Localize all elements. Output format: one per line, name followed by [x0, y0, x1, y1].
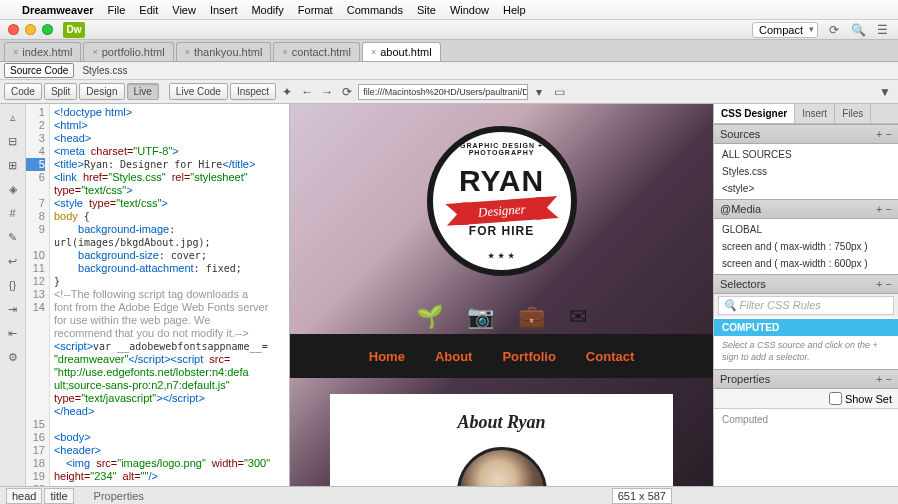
badge-name: RYAN	[459, 164, 544, 198]
dropdown-icon[interactable]: ▾	[530, 83, 548, 101]
tag-path-title[interactable]: title	[44, 488, 73, 504]
media-750[interactable]: screen and ( max-width : 750px )	[714, 238, 898, 255]
site-navbar: Home About Portfolio Contact	[290, 334, 713, 378]
briefcase-icon: 💼	[518, 304, 545, 330]
tag-path-head[interactable]: head	[6, 488, 42, 504]
nav-contact[interactable]: Contact	[586, 349, 634, 364]
code-editor[interactable]: 12345678910111213141516171819202122 <!do…	[26, 104, 290, 486]
tab-close-icon[interactable]: ×	[185, 47, 190, 57]
sync-icon[interactable]: ⟳	[826, 22, 842, 38]
nav-about[interactable]: About	[435, 349, 473, 364]
collapse-icon[interactable]: ⊟	[4, 132, 22, 150]
menu-commands[interactable]: Commands	[347, 4, 403, 16]
source-inline[interactable]: <style>	[714, 180, 898, 197]
menu-help[interactable]: Help	[503, 4, 526, 16]
source-all[interactable]: ALL SOURCES	[714, 146, 898, 163]
select-parent-icon[interactable]: ◈	[4, 180, 22, 198]
workspace-dropdown[interactable]: Compact	[752, 22, 818, 38]
page-heading: About Ryan	[348, 412, 655, 433]
nav-portfolio[interactable]: Portfolio	[502, 349, 555, 364]
add-selector-icon[interactable]: + −	[876, 278, 892, 290]
outdent-icon[interactable]: ⇤	[4, 324, 22, 342]
code-content[interactable]: <!doctype html> <html> <head> <meta char…	[50, 104, 289, 486]
word-wrap-icon[interactable]: ↩	[4, 252, 22, 270]
sources-header[interactable]: Sources+ −	[714, 124, 898, 144]
media-global[interactable]: GLOBAL	[714, 221, 898, 238]
dreamweaver-logo: Dw	[63, 22, 85, 38]
logo-badge: GRAPHIC DESIGN + PHOTOGRAPHY RYAN Design…	[417, 122, 587, 292]
properties-collapsed[interactable]: Properties	[94, 490, 144, 502]
selectors-header[interactable]: Selectors+ −	[714, 274, 898, 294]
document-tabs: ×index.html ×portfolio.html ×thankyou.ht…	[0, 40, 898, 62]
tab-about[interactable]: ×about.html	[362, 42, 441, 61]
tab-insert[interactable]: Insert	[795, 104, 835, 123]
related-file[interactable]: Styles.css	[82, 65, 127, 76]
line-numbers-icon[interactable]: #	[4, 204, 22, 222]
tab-thankyou[interactable]: ×thankyou.html	[176, 42, 272, 61]
mode-split[interactable]: Split	[44, 83, 77, 100]
source-styles[interactable]: Styles.css	[714, 163, 898, 180]
menu-format[interactable]: Format	[298, 4, 333, 16]
format-icon[interactable]: ⚙	[4, 348, 22, 366]
menu-window[interactable]: Window	[450, 4, 489, 16]
tab-close-icon[interactable]: ×	[13, 47, 18, 57]
mac-menubar: Dreamweaver File Edit View Insert Modify…	[0, 0, 898, 20]
highlight-icon[interactable]: ✎	[4, 228, 22, 246]
syntax-icon[interactable]: {}	[4, 276, 22, 294]
forward-icon[interactable]: →	[318, 83, 336, 101]
selector-computed[interactable]: COMPUTED	[714, 319, 898, 336]
window-chrome: Dw Compact ⟳ 🔍 ☰	[0, 20, 898, 40]
screen-icon[interactable]: ▭	[550, 83, 568, 101]
viewport-dimensions[interactable]: 651 x 587	[612, 488, 672, 504]
expand-icon[interactable]: ⊞	[4, 156, 22, 174]
mode-live[interactable]: Live	[127, 83, 159, 100]
add-source-icon[interactable]: + −	[876, 128, 892, 140]
inspect-button[interactable]: Inspect	[230, 83, 276, 100]
tab-contact[interactable]: ×contact.html	[273, 42, 360, 61]
app-name[interactable]: Dreamweaver	[22, 4, 94, 16]
computed-label: Computed	[714, 411, 898, 428]
open-docs-icon[interactable]: ▵	[4, 108, 22, 126]
filter-input[interactable]: 🔍 Filter CSS Rules	[718, 296, 894, 315]
refresh-icon[interactable]: ⟳	[338, 83, 356, 101]
menu-view[interactable]: View	[172, 4, 196, 16]
media-600[interactable]: screen and ( max-width : 600px )	[714, 255, 898, 272]
compass-icon[interactable]: ✦	[278, 83, 296, 101]
media-header[interactable]: @Media+ −	[714, 199, 898, 219]
tab-css-designer[interactable]: CSS Designer	[714, 104, 795, 123]
tab-close-icon[interactable]: ×	[371, 47, 376, 57]
mode-design[interactable]: Design	[79, 83, 124, 100]
menu-site[interactable]: Site	[417, 4, 436, 16]
filter-icon[interactable]: ▼	[876, 83, 894, 101]
live-code-button[interactable]: Live Code	[169, 83, 228, 100]
add-media-icon[interactable]: + −	[876, 203, 892, 215]
menu-insert[interactable]: Insert	[210, 4, 238, 16]
nav-home[interactable]: Home	[369, 349, 405, 364]
panel-icon[interactable]: ☰	[874, 22, 890, 38]
search-icon[interactable]: 🔍	[850, 22, 866, 38]
tab-index[interactable]: ×index.html	[4, 42, 81, 61]
menu-file[interactable]: File	[108, 4, 126, 16]
add-property-icon[interactable]: + −	[876, 373, 892, 385]
menu-modify[interactable]: Modify	[251, 4, 283, 16]
minimize-icon[interactable]	[25, 24, 36, 35]
properties-header[interactable]: Properties+ −	[714, 369, 898, 389]
camera-icon: 📷	[467, 304, 494, 330]
tab-files[interactable]: Files	[835, 104, 871, 123]
zoom-icon[interactable]	[42, 24, 53, 35]
menu-edit[interactable]: Edit	[139, 4, 158, 16]
back-icon[interactable]: ←	[298, 83, 316, 101]
search-icon: 🔍	[723, 299, 737, 311]
show-set-toggle[interactable]: Show Set	[714, 389, 898, 409]
mode-code[interactable]: Code	[4, 83, 42, 100]
tab-close-icon[interactable]: ×	[92, 47, 97, 57]
indent-icon[interactable]: ⇥	[4, 300, 22, 318]
show-set-checkbox[interactable]	[829, 392, 842, 405]
content-card: About Ryan	[330, 394, 673, 486]
panel-tabs: CSS Designer Insert Files	[714, 104, 898, 124]
close-icon[interactable]	[8, 24, 19, 35]
tab-portfolio[interactable]: ×portfolio.html	[83, 42, 173, 61]
address-bar[interactable]: file:///Macintosh%20HD/Users/paultrani/D…	[358, 84, 528, 100]
source-code-button[interactable]: Source Code	[4, 63, 74, 78]
tab-close-icon[interactable]: ×	[282, 47, 287, 57]
